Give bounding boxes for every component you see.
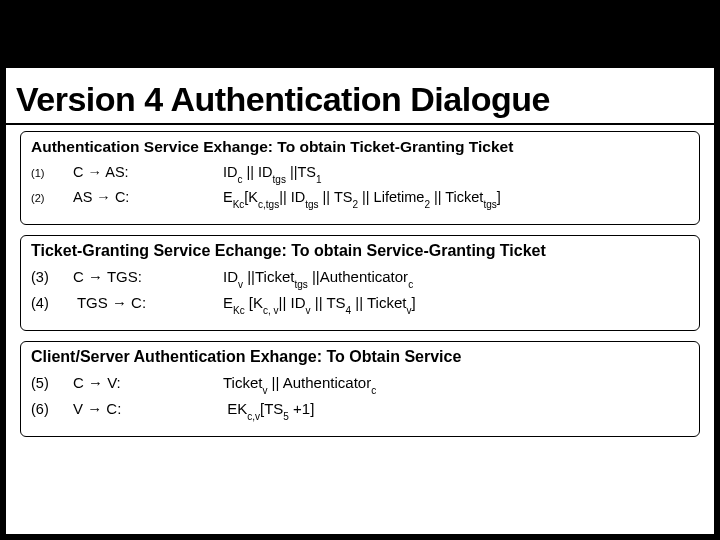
step-1: (1) C → AS: IDc || IDtgs ||TS1 [31,164,689,183]
section-tgs: Ticket-Granting Service Echange: To obta… [20,235,700,331]
step-6: (6) V → C: EKc,v[TS5 +1] [31,400,689,420]
step-label: (1) [31,167,73,179]
step-message: EKc[Kc,tgs|| IDtgs || TS2 || Lifetime2 |… [223,189,689,208]
step-5: (5) C → V: Ticketv || Authenticatorc [31,374,689,394]
step-direction: V → C: [73,400,223,417]
step-label: (6) [31,401,73,417]
section1-header: Authentication Service Exhange: To obtai… [31,138,689,156]
step-label: (4) [31,295,73,311]
section3-header: Client/Server Authentication Exhange: To… [31,348,689,366]
step-direction: TGS → C: [73,294,223,311]
section2-header: Ticket-Granting Service Echange: To obta… [31,242,689,260]
step-message: EKc [Kc, v|| IDv || TS4 || Ticketv] [223,294,689,314]
step-message: IDc || IDtgs ||TS1 [223,164,689,183]
step-message: EKc,v[TS5 +1] [223,400,689,420]
section-client-server: Client/Server Authentication Exhange: To… [20,341,700,437]
step-message: Ticketv || Authenticatorc [223,374,689,394]
step-label: (5) [31,375,73,391]
step-4: (4) TGS → C: EKc [Kc, v|| IDv || TS4 || … [31,294,689,314]
step-2: (2) AS → C: EKc[Kc,tgs|| IDtgs || TS2 ||… [31,189,689,208]
step-label: (3) [31,269,73,285]
slide: Version 4 Authentication Dialogue Authen… [6,68,714,534]
step-direction: AS → C: [73,189,223,205]
step-label: (2) [31,192,73,204]
page-title: Version 4 Authentication Dialogue [6,68,714,125]
step-direction: C → V: [73,374,223,391]
step-message: IDv ||Tickettgs ||Authenticatorc [223,268,689,288]
section-auth-service: Authentication Service Exhange: To obtai… [20,131,700,225]
step-3: (3) C → TGS: IDv ||Tickettgs ||Authentic… [31,268,689,288]
step-direction: C → TGS: [73,268,223,285]
step-direction: C → AS: [73,164,223,180]
